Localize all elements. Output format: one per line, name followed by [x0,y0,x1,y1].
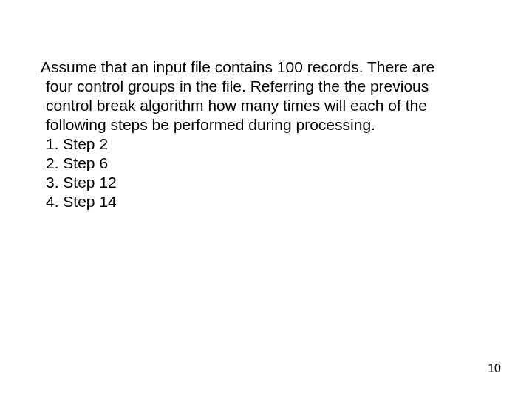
intro-paragraph: Assume that an input file contains 100 r… [46,58,460,134]
list-item: 3. Step 12 [46,173,460,192]
slide-body: Assume that an input file contains 100 r… [46,58,460,211]
list-item: 4. Step 14 [46,192,460,211]
slide: Assume that an input file contains 100 r… [0,0,532,399]
page-number: 10 [488,362,501,375]
list-item: 1. Step 2 [46,134,460,154]
list-item: 2. Step 6 [46,154,460,173]
